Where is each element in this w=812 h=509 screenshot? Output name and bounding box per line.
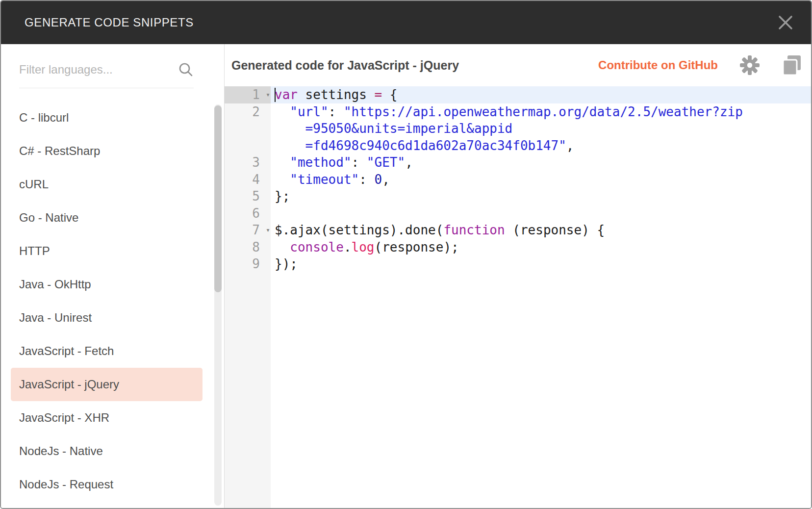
copy-code-button[interactable] — [782, 54, 802, 76]
code-token: . — [344, 240, 352, 254]
code-token: , — [382, 172, 390, 187]
search-icon — [178, 62, 194, 77]
filter-languages-input[interactable] — [19, 63, 174, 76]
line-number: 4 — [225, 171, 271, 188]
line-number: 2 — [225, 103, 271, 121]
code-line[interactable]: 2 "url": "https://api.openweathermap.org… — [225, 103, 811, 121]
code-line[interactable]: 7▾$.ajax(settings).done(function (respon… — [225, 222, 811, 239]
code-token — [275, 104, 290, 119]
language-item[interactable]: Java - Unirest — [1, 301, 224, 334]
code-token — [275, 172, 290, 187]
code-rows: 1▾var settings = {2 "url": "https://api.… — [225, 86, 811, 273]
dialog-titlebar: GENERATE CODE SNIPPETS — [1, 1, 811, 44]
generate-code-snippets-dialog: GENERATE CODE SNIPPETS C - libcurlC# - R… — [0, 0, 812, 509]
code-line[interactable]: 9}); — [225, 255, 811, 273]
code-line-content: "url": "https://api.openweathermap.org/d… — [271, 103, 811, 121]
dialog-body: C - libcurlC# - RestSharpcURLGo - Native… — [1, 44, 811, 508]
code-line[interactable]: 8 console.log(response); — [225, 239, 811, 256]
code-token: : — [359, 172, 374, 187]
code-token: : — [329, 104, 344, 119]
code-line[interactable]: =fd4698c940c6d1da602a70ac34f0b147", — [225, 137, 811, 154]
language-item[interactable]: cURL — [1, 168, 224, 201]
code-token: = — [375, 87, 382, 102]
code-line[interactable]: 4 "timeout": 0, — [225, 171, 811, 188]
line-number: 7▾ — [225, 222, 271, 239]
code-token: var — [275, 87, 298, 102]
code-token: log — [352, 240, 375, 254]
code-line-content: =95050&units=imperial&appid — [271, 120, 811, 137]
code-line[interactable]: 6 — [225, 205, 811, 222]
code-line-content: }); — [271, 255, 811, 273]
code-token: "https://api.openweathermap.org/data/2.5… — [344, 104, 743, 119]
language-list: C - libcurlC# - RestSharpcURLGo - Native… — [1, 101, 224, 501]
language-item[interactable]: JavaScript - XHR — [1, 401, 224, 434]
code-token: { — [382, 87, 397, 102]
code-token: (response) { — [505, 223, 605, 237]
settings-button[interactable] — [739, 55, 760, 76]
language-item[interactable]: C - libcurl — [1, 101, 224, 134]
code-line-content: "method": "GET", — [271, 154, 811, 171]
code-token: : — [352, 155, 367, 170]
code-token: "method" — [290, 155, 351, 170]
code-token: "timeout" — [290, 172, 359, 187]
sidebar-scrollbar-thumb[interactable] — [214, 105, 222, 292]
language-item[interactable]: Go - Native — [1, 201, 224, 234]
code-token — [275, 240, 290, 254]
code-line-content — [271, 205, 811, 222]
fold-chevron-down-icon[interactable]: ▾ — [266, 86, 270, 103]
code-token: }); — [275, 256, 298, 271]
language-item[interactable]: NodeJs - Native — [1, 434, 224, 468]
code-line-content: }; — [271, 188, 811, 205]
code-line-content: "timeout": 0, — [271, 171, 811, 188]
code-line[interactable]: 3 "method": "GET", — [225, 154, 811, 171]
filter-field — [19, 51, 194, 88]
code-token: (response); — [375, 240, 459, 254]
language-item[interactable]: Java - OkHttp — [1, 268, 224, 301]
code-editor: 1▾var settings = {2 "url": "https://api.… — [225, 86, 811, 508]
code-panel: Generated code for JavaScript - jQuery C… — [225, 44, 811, 508]
line-number: 5 — [225, 188, 271, 205]
code-token: "GET" — [367, 155, 405, 170]
code-line-content: console.log(response); — [271, 239, 811, 256]
language-item[interactable]: NodeJs - Request — [1, 468, 224, 501]
language-item[interactable]: JavaScript - jQuery — [11, 368, 203, 401]
code-token: , — [566, 138, 574, 153]
fold-chevron-down-icon[interactable]: ▾ — [266, 222, 270, 239]
code-panel-header: Generated code for JavaScript - jQuery C… — [225, 44, 811, 86]
code-line[interactable]: 1▾var settings = { — [225, 86, 811, 103]
line-number: 6 — [225, 205, 271, 222]
line-number: 9 — [225, 255, 271, 273]
code-line[interactable]: =95050&units=imperial&appid — [225, 120, 811, 137]
code-token: function — [443, 223, 505, 237]
code-token: , — [405, 155, 413, 170]
line-number: 8 — [225, 239, 271, 256]
code-line[interactable]: 5}; — [225, 188, 811, 205]
code-line-content: $.ajax(settings).done(function (response… — [271, 222, 811, 239]
line-number — [225, 120, 271, 137]
code-token: }; — [275, 189, 290, 204]
code-line-content: var settings = { — [271, 86, 811, 103]
code-token — [275, 155, 290, 170]
dialog-title: GENERATE CODE SNIPPETS — [25, 16, 194, 29]
contribute-on-github-link[interactable]: Contribute on GitHub — [598, 58, 718, 72]
language-item[interactable]: C# - RestSharp — [1, 134, 224, 168]
copy-icon — [782, 54, 802, 76]
line-number: 1▾ — [225, 86, 271, 103]
code-token: settings — [298, 87, 375, 102]
code-line-content: =fd4698c940c6d1da602a70ac34f0b147", — [271, 137, 811, 154]
line-number: 3 — [225, 154, 271, 171]
gear-icon — [739, 55, 760, 76]
close-button[interactable] — [775, 12, 796, 33]
code-token: =fd4698c940c6d1da602a70ac34f0b147" — [275, 138, 566, 153]
language-item[interactable]: HTTP — [1, 234, 224, 268]
sidebar-scrollbar-track[interactable] — [214, 104, 222, 506]
language-sidebar: C - libcurlC# - RestSharpcURLGo - Native… — [1, 44, 225, 508]
language-item[interactable]: JavaScript - Fetch — [1, 334, 224, 368]
code-token: =95050&units=imperial&appid — [275, 121, 512, 136]
code-token: 0 — [375, 172, 382, 187]
line-number — [225, 137, 271, 154]
code-token: console — [290, 240, 344, 254]
generated-code-heading: Generated code for JavaScript - jQuery — [231, 58, 459, 73]
close-icon — [777, 14, 794, 31]
code-token: $.ajax(settings).done( — [275, 223, 443, 237]
